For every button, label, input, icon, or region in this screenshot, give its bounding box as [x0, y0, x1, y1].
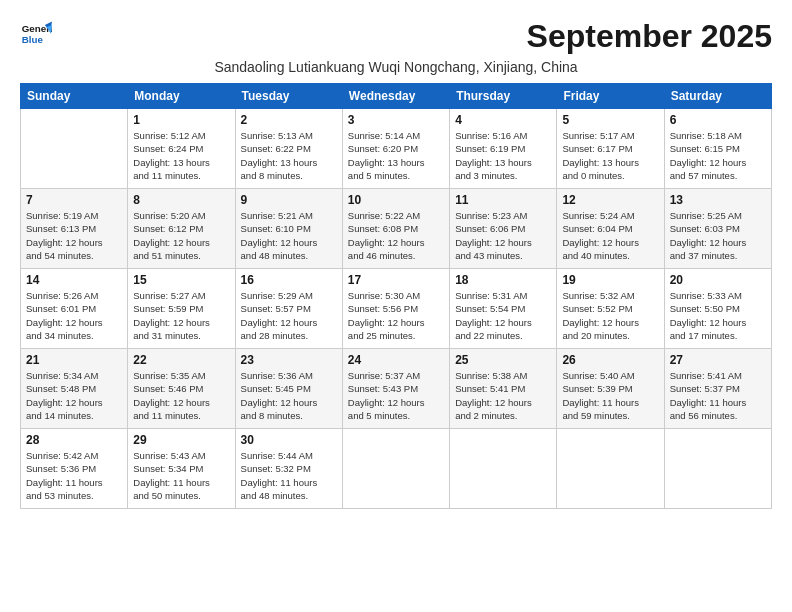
calendar-cell: 21Sunrise: 5:34 AMSunset: 5:48 PMDayligh…: [21, 349, 128, 429]
cell-details: Sunrise: 5:20 AMSunset: 6:12 PMDaylight:…: [133, 209, 229, 262]
calendar-week-row: 14Sunrise: 5:26 AMSunset: 6:01 PMDayligh…: [21, 269, 772, 349]
cell-details: Sunrise: 5:42 AMSunset: 5:36 PMDaylight:…: [26, 449, 122, 502]
cell-details: Sunrise: 5:16 AMSunset: 6:19 PMDaylight:…: [455, 129, 551, 182]
day-number: 30: [241, 433, 337, 447]
cell-details: Sunrise: 5:18 AMSunset: 6:15 PMDaylight:…: [670, 129, 766, 182]
calendar-cell: 11Sunrise: 5:23 AMSunset: 6:06 PMDayligh…: [450, 189, 557, 269]
cell-details: Sunrise: 5:12 AMSunset: 6:24 PMDaylight:…: [133, 129, 229, 182]
header-cell-monday: Monday: [128, 84, 235, 109]
calendar-cell: 25Sunrise: 5:38 AMSunset: 5:41 PMDayligh…: [450, 349, 557, 429]
day-number: 20: [670, 273, 766, 287]
day-number: 24: [348, 353, 444, 367]
calendar-cell: 9Sunrise: 5:21 AMSunset: 6:10 PMDaylight…: [235, 189, 342, 269]
cell-details: Sunrise: 5:35 AMSunset: 5:46 PMDaylight:…: [133, 369, 229, 422]
calendar-cell: [664, 429, 771, 509]
calendar-cell: 18Sunrise: 5:31 AMSunset: 5:54 PMDayligh…: [450, 269, 557, 349]
day-number: 11: [455, 193, 551, 207]
cell-details: Sunrise: 5:23 AMSunset: 6:06 PMDaylight:…: [455, 209, 551, 262]
day-number: 25: [455, 353, 551, 367]
cell-details: Sunrise: 5:22 AMSunset: 6:08 PMDaylight:…: [348, 209, 444, 262]
day-number: 26: [562, 353, 658, 367]
logo-icon: General Blue: [20, 18, 52, 54]
calendar-cell: 29Sunrise: 5:43 AMSunset: 5:34 PMDayligh…: [128, 429, 235, 509]
day-number: 9: [241, 193, 337, 207]
day-number: 23: [241, 353, 337, 367]
day-number: 21: [26, 353, 122, 367]
calendar-cell: [342, 429, 449, 509]
calendar-cell: 30Sunrise: 5:44 AMSunset: 5:32 PMDayligh…: [235, 429, 342, 509]
day-number: 17: [348, 273, 444, 287]
calendar-week-row: 28Sunrise: 5:42 AMSunset: 5:36 PMDayligh…: [21, 429, 772, 509]
day-number: 15: [133, 273, 229, 287]
logo: General Blue: [20, 18, 52, 54]
cell-details: Sunrise: 5:36 AMSunset: 5:45 PMDaylight:…: [241, 369, 337, 422]
day-number: 14: [26, 273, 122, 287]
calendar-cell: 27Sunrise: 5:41 AMSunset: 5:37 PMDayligh…: [664, 349, 771, 429]
calendar-body: 1Sunrise: 5:12 AMSunset: 6:24 PMDaylight…: [21, 109, 772, 509]
day-number: 22: [133, 353, 229, 367]
calendar-header-row: SundayMondayTuesdayWednesdayThursdayFrid…: [21, 84, 772, 109]
calendar-cell: 5Sunrise: 5:17 AMSunset: 6:17 PMDaylight…: [557, 109, 664, 189]
header-cell-friday: Friday: [557, 84, 664, 109]
cell-details: Sunrise: 5:32 AMSunset: 5:52 PMDaylight:…: [562, 289, 658, 342]
day-number: 5: [562, 113, 658, 127]
day-number: 27: [670, 353, 766, 367]
day-number: 16: [241, 273, 337, 287]
calendar-cell: 16Sunrise: 5:29 AMSunset: 5:57 PMDayligh…: [235, 269, 342, 349]
svg-text:Blue: Blue: [22, 34, 44, 45]
cell-details: Sunrise: 5:17 AMSunset: 6:17 PMDaylight:…: [562, 129, 658, 182]
calendar-cell: [557, 429, 664, 509]
cell-details: Sunrise: 5:43 AMSunset: 5:34 PMDaylight:…: [133, 449, 229, 502]
calendar-cell: 4Sunrise: 5:16 AMSunset: 6:19 PMDaylight…: [450, 109, 557, 189]
calendar-cell: 13Sunrise: 5:25 AMSunset: 6:03 PMDayligh…: [664, 189, 771, 269]
day-number: 2: [241, 113, 337, 127]
cell-details: Sunrise: 5:29 AMSunset: 5:57 PMDaylight:…: [241, 289, 337, 342]
calendar-cell: 2Sunrise: 5:13 AMSunset: 6:22 PMDaylight…: [235, 109, 342, 189]
calendar-cell: 23Sunrise: 5:36 AMSunset: 5:45 PMDayligh…: [235, 349, 342, 429]
cell-details: Sunrise: 5:26 AMSunset: 6:01 PMDaylight:…: [26, 289, 122, 342]
calendar-week-row: 21Sunrise: 5:34 AMSunset: 5:48 PMDayligh…: [21, 349, 772, 429]
header-cell-thursday: Thursday: [450, 84, 557, 109]
calendar-cell: 7Sunrise: 5:19 AMSunset: 6:13 PMDaylight…: [21, 189, 128, 269]
calendar-cell: 8Sunrise: 5:20 AMSunset: 6:12 PMDaylight…: [128, 189, 235, 269]
calendar-cell: 17Sunrise: 5:30 AMSunset: 5:56 PMDayligh…: [342, 269, 449, 349]
calendar-cell: 26Sunrise: 5:40 AMSunset: 5:39 PMDayligh…: [557, 349, 664, 429]
calendar-cell: 6Sunrise: 5:18 AMSunset: 6:15 PMDaylight…: [664, 109, 771, 189]
day-number: 28: [26, 433, 122, 447]
day-number: 4: [455, 113, 551, 127]
calendar-week-row: 1Sunrise: 5:12 AMSunset: 6:24 PMDaylight…: [21, 109, 772, 189]
day-number: 6: [670, 113, 766, 127]
cell-details: Sunrise: 5:27 AMSunset: 5:59 PMDaylight:…: [133, 289, 229, 342]
month-title: September 2025: [527, 18, 772, 55]
calendar-cell: [21, 109, 128, 189]
cell-details: Sunrise: 5:13 AMSunset: 6:22 PMDaylight:…: [241, 129, 337, 182]
day-number: 3: [348, 113, 444, 127]
calendar-week-row: 7Sunrise: 5:19 AMSunset: 6:13 PMDaylight…: [21, 189, 772, 269]
cell-details: Sunrise: 5:30 AMSunset: 5:56 PMDaylight:…: [348, 289, 444, 342]
calendar-cell: 12Sunrise: 5:24 AMSunset: 6:04 PMDayligh…: [557, 189, 664, 269]
calendar-cell: 28Sunrise: 5:42 AMSunset: 5:36 PMDayligh…: [21, 429, 128, 509]
cell-details: Sunrise: 5:25 AMSunset: 6:03 PMDaylight:…: [670, 209, 766, 262]
day-number: 19: [562, 273, 658, 287]
header-cell-saturday: Saturday: [664, 84, 771, 109]
day-number: 29: [133, 433, 229, 447]
day-number: 1: [133, 113, 229, 127]
header-cell-tuesday: Tuesday: [235, 84, 342, 109]
cell-details: Sunrise: 5:24 AMSunset: 6:04 PMDaylight:…: [562, 209, 658, 262]
calendar-cell: 1Sunrise: 5:12 AMSunset: 6:24 PMDaylight…: [128, 109, 235, 189]
calendar-cell: 22Sunrise: 5:35 AMSunset: 5:46 PMDayligh…: [128, 349, 235, 429]
header: General Blue September 2025: [20, 18, 772, 55]
day-number: 18: [455, 273, 551, 287]
header-cell-wednesday: Wednesday: [342, 84, 449, 109]
subtitle: Sandaoling Lutiankuang Wuqi Nongchang, X…: [20, 59, 772, 75]
cell-details: Sunrise: 5:38 AMSunset: 5:41 PMDaylight:…: [455, 369, 551, 422]
calendar-cell: 15Sunrise: 5:27 AMSunset: 5:59 PMDayligh…: [128, 269, 235, 349]
cell-details: Sunrise: 5:31 AMSunset: 5:54 PMDaylight:…: [455, 289, 551, 342]
cell-details: Sunrise: 5:21 AMSunset: 6:10 PMDaylight:…: [241, 209, 337, 262]
day-number: 8: [133, 193, 229, 207]
calendar-cell: [450, 429, 557, 509]
calendar-cell: 19Sunrise: 5:32 AMSunset: 5:52 PMDayligh…: [557, 269, 664, 349]
cell-details: Sunrise: 5:37 AMSunset: 5:43 PMDaylight:…: [348, 369, 444, 422]
cell-details: Sunrise: 5:19 AMSunset: 6:13 PMDaylight:…: [26, 209, 122, 262]
day-number: 10: [348, 193, 444, 207]
